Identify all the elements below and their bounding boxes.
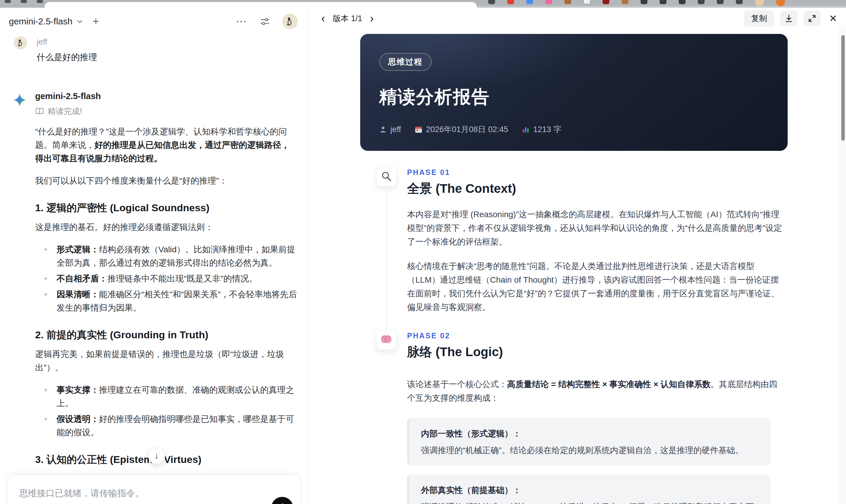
phase-1-section: PHASE 01 全景 (The Context) 本内容是对“推理 (Reas… bbox=[360, 168, 788, 314]
book-icon bbox=[35, 107, 44, 115]
scrollbar-track[interactable] bbox=[840, 28, 846, 504]
section-2-lead: 逻辑再完美，如果前提是错误的，推理也是垃圾（即“垃圾进，垃圾出”）。 bbox=[35, 347, 297, 374]
model-selector[interactable]: gemini-2.5-flash bbox=[9, 16, 72, 26]
phase-2-label: PHASE 02 bbox=[407, 331, 788, 340]
dimension-card: 外部真实性（前提基础）： 强调推理的“经验校准”。解决“GIGO（垃圾进，垃圾出… bbox=[407, 474, 770, 504]
assistant-response: “什么是好的推理？”这是一个涉及逻辑学、认知科学和哲学核心的问题。简单来说，好的… bbox=[35, 125, 297, 504]
browser-chrome-strip bbox=[0, 0, 846, 8]
extension-icon[interactable] bbox=[640, 0, 648, 4]
list-item: 形式逻辑：结构必须有效（Valid）。比如演绎推理中，如果前提全部为真，那么通过… bbox=[35, 243, 297, 270]
new-chat-button[interactable]: + bbox=[92, 16, 99, 27]
artifact-panel: ‹ 版本 1/1 › 复制 ✕ bbox=[308, 8, 846, 504]
bar-chart-icon bbox=[522, 126, 530, 133]
extension-icon[interactable] bbox=[526, 0, 533, 4]
extension-icon[interactable] bbox=[621, 0, 629, 4]
dimension-card: 内部一致性（形式逻辑）： 强调推理的“机械正确”。结论必须在给定的规则系统内逻辑… bbox=[407, 418, 770, 466]
message-input-box[interactable]: 思维接口已就绪，请传输指令。 + bbox=[7, 474, 301, 504]
phase-2-section: PHASE 02 脉络 (The Logic) 该论述基于一个核心公式：高质量结… bbox=[360, 331, 788, 504]
card-body: 强调推理的“经验校准”。解决“GIGO（垃圾进，垃圾出）”问题，确保推理引擎运行… bbox=[421, 500, 758, 504]
user-message-text: 什么是好的推理 bbox=[37, 52, 97, 64]
list-item: 事实支撑：推理建立在可靠的数据、准确的观测或公认的真理之上。 bbox=[35, 383, 297, 410]
person-icon bbox=[379, 126, 387, 133]
assistant-status: 精读完成! bbox=[35, 106, 295, 116]
next-version-button[interactable]: › bbox=[369, 13, 375, 24]
report-author: jeff bbox=[379, 125, 401, 134]
list-item: 假设透明：好的推理会明确指明哪些是已知事实，哪些是基于可能的假设。 bbox=[35, 412, 297, 439]
assistant-status-text: 精读完成! bbox=[48, 106, 82, 116]
more-options-icon[interactable]: ⋯ bbox=[236, 15, 247, 28]
extension-icon[interactable] bbox=[736, 0, 743, 4]
report-date: 2026年01月08日 02:45 bbox=[415, 124, 508, 135]
section-1-list: 形式逻辑：结构必须有效（Valid）。比如演绎推理中，如果前提全部为真，那么通过… bbox=[35, 243, 297, 314]
download-button[interactable] bbox=[780, 11, 797, 26]
artifact-toolbar: ‹ 版本 1/1 › 复制 ✕ bbox=[308, 8, 846, 29]
extension-icon[interactable] bbox=[660, 0, 667, 4]
extension-icon[interactable] bbox=[507, 0, 514, 4]
phase-1-paragraph: 本内容是对“推理 (Reasoning)”这一抽象概念的高层建模。在知识爆炸与人… bbox=[407, 208, 788, 249]
list-item: 因果清晰：能准确区分“相关性”和“因果关系”，不会轻率地将先后发生的事情归为因果… bbox=[35, 288, 297, 314]
extension-icon[interactable] bbox=[698, 0, 705, 4]
lead-paragraph: 我们可以从以下四个维度来衡量什么是“好的推理”： bbox=[35, 174, 297, 187]
assistant-name: gemini-2.5-flash bbox=[35, 91, 295, 101]
close-panel-button[interactable]: ✕ bbox=[829, 13, 837, 24]
extension-icon[interactable] bbox=[755, 0, 764, 6]
report-word-count: 1213 字 bbox=[522, 124, 561, 135]
waveform-icon bbox=[277, 503, 287, 504]
download-icon bbox=[785, 14, 793, 23]
chat-header: gemini-2.5-flash + ⋯ bbox=[0, 8, 308, 32]
section-3-heading: 3. 认知的公正性 (Epistemic Virtues) bbox=[35, 453, 297, 466]
card-title: 外部真实性（前提基础）： bbox=[421, 485, 758, 496]
extension-icon[interactable] bbox=[602, 0, 609, 4]
chat-scroll-area[interactable]: jeff 什么是好的推理 ge bbox=[0, 32, 308, 504]
report-meta: jeff 2026年01月08日 02:45 bbox=[379, 124, 769, 135]
expand-button[interactable] bbox=[804, 11, 821, 26]
browser-left-icon-fragments bbox=[5, 0, 43, 3]
section-2-heading: 2. 前提的真实性 (Grounding in Truth) bbox=[35, 328, 297, 342]
chevron-down-icon[interactable] bbox=[76, 18, 84, 25]
assistant-message: gemini-2.5-flash 精读完成! “什么是好的推理？”这是一个涉及逻… bbox=[14, 91, 295, 504]
card-body: 强调推理的“机械正确”。结论必须在给定的规则系统内逻辑自洽，这是推理的硬件基础。 bbox=[421, 444, 758, 457]
scroll-to-bottom-button[interactable]: ↓ bbox=[148, 447, 165, 464]
app-window: gemini-2.5-flash + ⋯ bbox=[0, 8, 846, 504]
arrow-down-icon: ↓ bbox=[155, 450, 159, 461]
phase-1-title: 全景 (The Context) bbox=[407, 180, 788, 197]
report-title: 精读分析报告 bbox=[379, 85, 769, 109]
magnifier-icon bbox=[376, 166, 396, 186]
chat-panel: gemini-2.5-flash + ⋯ bbox=[0, 8, 308, 504]
artifact-scroll-area[interactable]: 思维过程 精读分析报告 jeff bbox=[308, 29, 840, 504]
list-item: 不自相矛盾：推理链条中不能出现“既是又非”的情况。 bbox=[35, 272, 297, 285]
message-input-placeholder: 思维接口已就绪，请传输指令。 bbox=[8, 475, 300, 500]
extension-icons[interactable] bbox=[488, 0, 785, 6]
user-name: jeff bbox=[37, 37, 97, 47]
settings-sliders-icon[interactable] bbox=[260, 16, 270, 27]
extension-icon[interactable] bbox=[488, 0, 495, 4]
section-2-list: 事实支撑：推理建立在可靠的数据、准确的观测或公认的真理之上。 假设透明：好的推理… bbox=[35, 383, 297, 439]
intro-paragraph: “什么是好的推理？”这是一个涉及逻辑学、认知科学和哲学核心的问题。简单来说，好的… bbox=[35, 125, 297, 165]
phase-1-paragraph: 核心情境在于解决“思考的随意性”问题。不论是人类通过批判性思维进行决策，还是大语… bbox=[407, 259, 788, 314]
scrollbar-thumb[interactable] bbox=[841, 35, 845, 141]
phase-2-formula: 该论述基于一个核心公式：高质量结论 = 结构完整性 × 事实准确性 × 认知自律… bbox=[407, 378, 788, 405]
phase-1-label: PHASE 01 bbox=[407, 168, 788, 177]
calendar-icon bbox=[415, 126, 422, 133]
expand-icon bbox=[808, 14, 816, 23]
extension-icon[interactable] bbox=[583, 0, 590, 4]
extension-icon[interactable] bbox=[717, 0, 724, 4]
extension-icon[interactable] bbox=[679, 0, 686, 4]
user-message: jeff 什么是好的推理 bbox=[14, 36, 295, 64]
report-badge: 思维过程 bbox=[379, 53, 431, 71]
card-title: 内部一致性（形式逻辑）： bbox=[421, 428, 758, 439]
browser-tab[interactable] bbox=[45, 2, 477, 8]
brain-icon bbox=[376, 330, 396, 350]
extension-icon[interactable] bbox=[776, 0, 785, 6]
user-avatar bbox=[14, 36, 27, 49]
version-label: 版本 1/1 bbox=[333, 13, 362, 24]
previous-version-button[interactable]: ‹ bbox=[320, 13, 326, 24]
copy-button[interactable]: 复制 bbox=[744, 10, 774, 27]
extension-icon[interactable] bbox=[545, 0, 552, 4]
section-1-lead: 这是推理的基石。好的推理必须遵循逻辑法则： bbox=[35, 220, 297, 234]
extension-icon[interactable] bbox=[564, 0, 571, 4]
phase-2-title: 脉络 (The Logic) bbox=[407, 344, 788, 360]
section-1-heading: 1. 逻辑的严密性 (Logical Soundness) bbox=[35, 201, 297, 215]
report-hero-card: 思维过程 精读分析报告 jeff bbox=[360, 34, 788, 151]
user-avatar[interactable] bbox=[282, 14, 298, 29]
